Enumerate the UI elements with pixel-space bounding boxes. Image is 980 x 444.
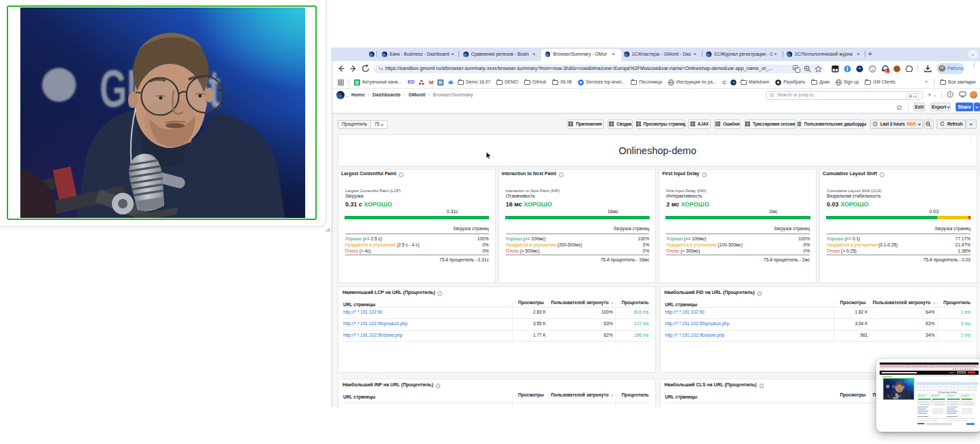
svg-text:1: 1 bbox=[885, 69, 887, 73]
